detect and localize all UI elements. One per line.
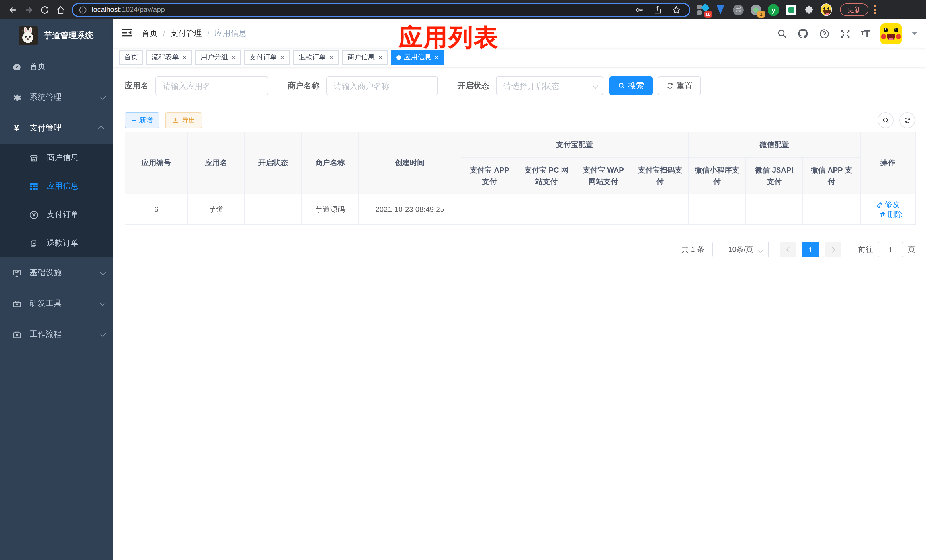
close-icon[interactable]: × <box>182 54 187 61</box>
browser-home-icon[interactable] <box>52 2 68 18</box>
browser-profile-avatar[interactable] <box>821 4 832 15</box>
extension-camera-icon[interactable]: 1 <box>750 4 761 15</box>
sidebar-item-pay-order[interactable]: 支付订单 <box>0 201 113 229</box>
browser-back-icon[interactable] <box>5 2 21 18</box>
col-wechat-app: 微信 APP 支付 <box>803 157 860 194</box>
show-search-button[interactable] <box>878 112 894 128</box>
delete-link[interactable]: 删除 <box>879 209 902 219</box>
close-icon[interactable]: × <box>231 54 236 61</box>
breadcrumb: 首页 / 支付管理 / 应用信息 <box>142 29 247 39</box>
dashboard-icon <box>11 62 22 71</box>
reset-button[interactable]: 重置 <box>658 76 701 95</box>
browser-toolbar: localhost:1024/pay/app 10 ⌘ 1 <box>0 0 926 20</box>
password-key-icon[interactable] <box>634 5 644 15</box>
app-title: 芋道管理系统 <box>44 30 94 41</box>
close-icon[interactable]: × <box>378 54 383 61</box>
sidebar-item-workflow[interactable]: 工作流程 <box>0 319 113 350</box>
app-name-input[interactable] <box>156 76 268 95</box>
extension-y-icon[interactable]: y <box>768 4 779 15</box>
extension-blocks-icon[interactable]: 10 <box>697 4 708 15</box>
close-icon[interactable]: × <box>434 54 439 61</box>
prev-page-button[interactable] <box>780 242 796 257</box>
col-created: 创建时间 <box>359 132 461 194</box>
refresh-table-button[interactable] <box>899 112 915 128</box>
font-size-icon[interactable]: TT <box>861 29 870 38</box>
col-status: 开启状态 <box>245 132 301 194</box>
yen-icon: ¥ <box>11 123 22 133</box>
briefcase-icon <box>11 299 22 309</box>
table-toolbar: + 新增 导出 <box>125 112 915 128</box>
status-select-input[interactable] <box>496 76 603 95</box>
sidebar-fold-icon[interactable] <box>122 27 133 40</box>
browser-menu-icon[interactable] <box>874 5 876 14</box>
chevron-up-icon <box>98 126 104 132</box>
table-row: 6 芋道 芋道源码 2021-10-23 08:49:25 <box>125 194 915 225</box>
search-icon <box>618 82 625 89</box>
site-info-icon[interactable] <box>79 5 87 14</box>
tab-home[interactable]: 首页 <box>119 50 143 65</box>
cell-merchant: 芋道源码 <box>301 194 359 225</box>
chevron-left-icon <box>786 247 791 252</box>
storefront-icon <box>29 153 39 163</box>
goto-page-input[interactable] <box>878 242 903 257</box>
page-unit-label: 页 <box>908 244 915 255</box>
merchant-name-input[interactable] <box>326 76 438 95</box>
col-merchant: 商户名称 <box>301 132 359 194</box>
help-icon[interactable] <box>819 28 829 39</box>
browser-forward-icon[interactable] <box>21 2 36 18</box>
status-select[interactable] <box>496 76 603 95</box>
user-avatar[interactable] <box>881 23 902 44</box>
sidebar-item-refund-order[interactable]: 退款订单 <box>0 229 113 257</box>
sidebar: 芋道管理系统 首页 系统管理 ¥ 支付管理 <box>0 20 113 560</box>
search-button[interactable]: 搜索 <box>609 76 653 95</box>
sidebar-item-system[interactable]: 系统管理 <box>0 82 113 113</box>
tab-user-group[interactable]: 用户分组× <box>195 50 241 65</box>
user-menu-caret-icon[interactable] <box>912 32 917 38</box>
edit-pen-icon <box>876 201 883 207</box>
bookmark-star-icon[interactable] <box>672 5 681 15</box>
tab-refund-order[interactable]: 退款订单× <box>293 50 339 65</box>
sidebar-item-merchant-info[interactable]: 商户信息 <box>0 144 113 172</box>
close-icon[interactable]: × <box>280 54 285 61</box>
page-size-select[interactable]: 10条/页 <box>713 242 769 257</box>
extension-gem-icon[interactable] <box>715 4 726 15</box>
tags-view-bar: 首页 流程表单× 用户分组× 支付订单× 退款订单× 商户信息× 应用信息× <box>113 48 926 67</box>
sidebar-item-home[interactable]: 首页 <box>0 51 113 82</box>
chevron-right-icon <box>829 247 835 252</box>
fullscreen-icon[interactable] <box>840 28 850 39</box>
extension-chat-icon[interactable] <box>785 4 797 15</box>
breadcrumb-home[interactable]: 首页 <box>142 29 158 39</box>
col-alipay-pc: 支付宝 PC 网站支付 <box>518 157 575 194</box>
sidebar-logo[interactable]: 芋道管理系统 <box>0 20 113 51</box>
extension-command-icon[interactable]: ⌘ <box>732 4 744 15</box>
cell-created: 2021-10-23 08:49:25 <box>359 194 461 225</box>
browser-update-button[interactable]: 更新 <box>840 3 869 16</box>
goto-label: 前往 <box>858 244 873 255</box>
github-icon[interactable] <box>797 28 808 39</box>
col-wechat-jsapi: 微信 JSAPI 支付 <box>746 157 803 194</box>
sidebar-item-infrastructure[interactable]: 基础设施 <box>0 257 113 288</box>
sidebar-item-payment[interactable]: ¥ 支付管理 <box>0 113 113 144</box>
next-page-button[interactable] <box>825 242 841 257</box>
trash-icon <box>879 211 886 218</box>
address-bar[interactable]: localhost:1024/pay/app <box>72 3 690 17</box>
add-button[interactable]: + 新增 <box>125 112 159 128</box>
header-search-icon[interactable] <box>776 29 787 39</box>
tab-pay-order[interactable]: 支付订单× <box>244 50 290 65</box>
page-number-button[interactable]: 1 <box>802 242 819 257</box>
tab-flow-form[interactable]: 流程表单× <box>146 50 192 65</box>
chevron-down-icon <box>100 330 106 337</box>
navbar: 首页 / 支付管理 / 应用信息 <box>113 20 926 48</box>
sidebar-item-app-info[interactable]: 应用信息 <box>0 172 113 201</box>
tab-merchant-info[interactable]: 商户信息× <box>342 50 388 65</box>
close-icon[interactable]: × <box>328 54 334 61</box>
extensions-puzzle-icon[interactable] <box>803 4 814 15</box>
pagination: 共 1 条 10条/页 1 前往 页 <box>125 242 915 257</box>
export-button[interactable]: 导出 <box>165 112 202 128</box>
edit-link[interactable]: 修改 <box>876 199 900 209</box>
browser-reload-icon[interactable] <box>36 2 52 18</box>
share-icon[interactable] <box>653 5 662 14</box>
sidebar-item-dev-tools[interactable]: 研发工具 <box>0 288 113 319</box>
table-grid-icon <box>29 182 39 191</box>
annotation-title: 应用列表 <box>399 22 499 53</box>
